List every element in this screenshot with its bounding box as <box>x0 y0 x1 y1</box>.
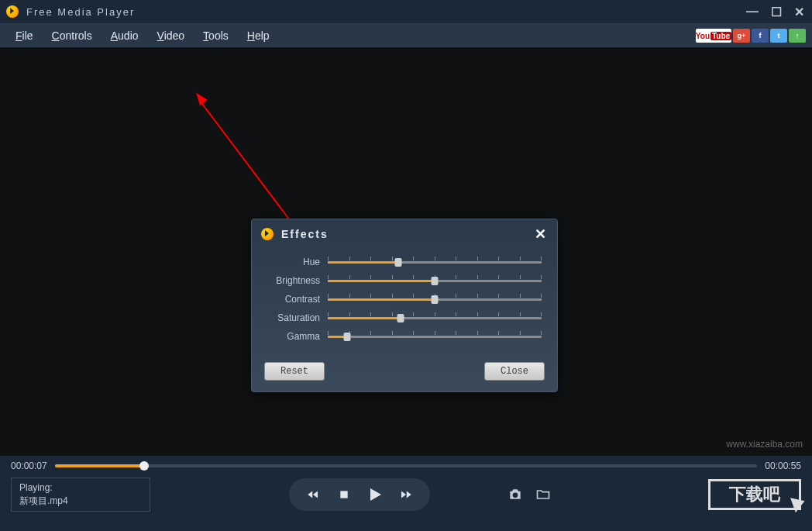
dialog-logo-icon <box>261 228 274 240</box>
brightness-slider[interactable] <box>328 275 542 286</box>
menubar: File Controls Audio Video Tools Help You… <box>0 23 812 48</box>
slider-contrast: Contrast <box>267 294 542 305</box>
effects-dialog-title: Effects ✕ <box>252 219 557 249</box>
menu-tools[interactable]: Tools <box>194 26 238 45</box>
social-icons: YouTube g+ f t ↑ <box>696 29 806 43</box>
playing-filename: 新项目.mp4 <box>19 495 142 508</box>
menu-controls[interactable]: Controls <box>43 26 102 45</box>
nowplaying-box: Playing: 新项目.mp4 <box>11 478 150 512</box>
titlebar: Free Media Player — ☐ ✕ <box>0 0 812 23</box>
svg-rect-0 <box>341 491 348 498</box>
reset-button[interactable]: Reset <box>264 362 325 381</box>
saturation-label: Saturation <box>267 312 328 323</box>
gamma-label: Gamma <box>267 331 328 342</box>
slider-brightness: Brightness <box>267 275 542 286</box>
app-title: Free Media Player <box>26 6 135 18</box>
brightness-label: Brightness <box>267 275 328 286</box>
youtube-icon[interactable]: YouTube <box>696 29 731 43</box>
open-folder-icon[interactable] <box>535 487 552 502</box>
menu-file[interactable]: File <box>6 26 43 45</box>
slider-hue: Hue <box>267 257 542 267</box>
contrast-slider[interactable] <box>328 294 542 305</box>
stop-button[interactable] <box>332 483 356 506</box>
googleplus-icon[interactable]: g+ <box>733 29 750 43</box>
player-controls <box>289 478 430 511</box>
facebook-icon[interactable]: f <box>752 29 769 43</box>
time-total: 00:00:55 <box>765 460 801 471</box>
hue-slider[interactable] <box>328 257 542 267</box>
effects-dialog: Effects ✕ Hue Brightness Contrast <box>251 219 558 392</box>
upload-icon[interactable]: ↑ <box>789 29 806 43</box>
play-button[interactable] <box>363 483 387 506</box>
progress-bar[interactable] <box>55 464 758 467</box>
menu-audio[interactable]: Audio <box>102 26 148 45</box>
video-area[interactable]: Le ed www.xiazaiba.com Effects ✕ Hue <box>0 48 812 456</box>
slider-saturation: Saturation <box>267 312 542 323</box>
maximize-button[interactable]: ☐ <box>771 5 783 19</box>
time-current: 00:00:07 <box>11 460 47 471</box>
playing-label: Playing: <box>19 481 142 495</box>
menu-video[interactable]: Video <box>148 26 194 45</box>
close-button[interactable]: Close <box>484 362 545 381</box>
forward-button[interactable] <box>394 483 418 506</box>
snapshot-icon[interactable] <box>507 487 524 502</box>
menu-help[interactable]: Help <box>238 26 279 45</box>
contrast-label: Contrast <box>267 294 328 305</box>
gamma-slider[interactable] <box>328 331 542 342</box>
effects-close-icon[interactable]: ✕ <box>535 226 548 243</box>
saturation-slider[interactable] <box>328 312 542 323</box>
extra-controls <box>507 487 552 502</box>
rewind-button[interactable] <box>301 483 325 506</box>
hue-label: Hue <box>267 257 328 267</box>
window-controls: — ☐ ✕ <box>746 5 806 19</box>
twitter-icon[interactable]: t <box>770 29 787 43</box>
app-logo-icon <box>6 5 19 18</box>
close-window-button[interactable]: ✕ <box>794 5 806 19</box>
slider-gamma: Gamma <box>267 331 542 342</box>
bottombar: 00:00:07 00:00:55 Playing: 新项目.mp4 下载吧 <box>0 456 812 519</box>
minimize-button[interactable]: — <box>746 5 760 19</box>
download-badge[interactable]: 下载吧 <box>708 479 801 510</box>
watermark-text: www.xiazaiba.com <box>726 439 803 450</box>
progress-thumb[interactable] <box>139 461 149 471</box>
